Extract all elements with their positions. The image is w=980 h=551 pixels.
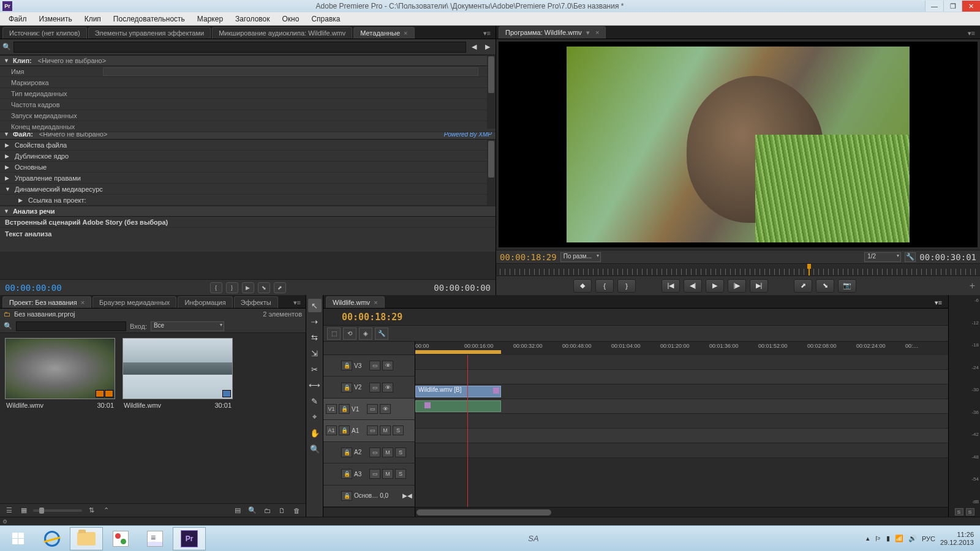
file-group-dublin[interactable]: ▶Дублинское ядро — [0, 151, 496, 162]
track-header-a2[interactable]: 🔒A2▭MS — [323, 442, 415, 463]
project-item[interactable]: Wildlife.wmv30:01 — [5, 338, 115, 411]
project-delete-button[interactable]: 🗑 — [291, 506, 302, 515]
panel-menu-icon[interactable]: ▾≡ — [291, 298, 303, 308]
menu-help[interactable]: Справка — [305, 13, 346, 24]
chevron-down-icon[interactable]: ▾ — [586, 29, 590, 36]
file-group-dynamic-projectref[interactable]: ▶Ссылка на проект: — [0, 195, 496, 206]
tab-source[interactable]: Источник: (нет клипов) — [2, 27, 87, 39]
source-btn-overwrite[interactable]: ⬈ — [274, 282, 286, 293]
solo-button[interactable]: S — [395, 448, 406, 457]
project-item[interactable]: Wildlife.wmv30:01 — [123, 338, 233, 411]
track-body-v2[interactable] — [415, 370, 948, 384]
source-btn-play[interactable]: ▶ — [242, 282, 254, 293]
prop-name-field[interactable] — [103, 67, 478, 76]
track-toggle-output[interactable]: ▭ — [369, 361, 380, 370]
source-tc-out[interactable]: 00:00:00:00 — [434, 283, 491, 293]
tl-btn-snap[interactable]: ⬚ — [327, 328, 341, 340]
program-btn-lift[interactable]: ⬈ — [794, 279, 812, 293]
timeline-clip-audio[interactable] — [415, 400, 501, 412]
program-btn-out[interactable]: } — [617, 279, 636, 293]
track-body-v3[interactable] — [415, 355, 948, 370]
timeline-work-area[interactable] — [415, 350, 501, 354]
tool-ripple[interactable]: ⇆ — [308, 331, 322, 344]
program-fit-select[interactable]: По разм... — [560, 252, 601, 262]
tab-effects[interactable]: Эффекты — [234, 296, 278, 308]
window-close-button[interactable]: ✕ — [962, 1, 980, 12]
lock-icon[interactable]: 🔒 — [341, 383, 352, 392]
lock-icon[interactable]: 🔒 — [341, 448, 352, 457]
track-toggle-output[interactable]: ▭ — [367, 404, 378, 414]
source-btn-inpoint[interactable]: { — [210, 282, 222, 293]
file-group-dynamic[interactable]: ▼Динамический медиаресурс — [0, 184, 496, 195]
lock-icon[interactable]: 🔒 — [339, 425, 350, 435]
mute-button[interactable]: M — [382, 469, 393, 479]
menu-window[interactable]: Окно — [276, 13, 305, 24]
program-zoom-select[interactable]: 1/2 — [864, 252, 901, 262]
tab-metadata-close[interactable]: × — [404, 29, 407, 37]
menu-sequence[interactable]: Последовательность — [107, 13, 191, 24]
track-body-master[interactable] — [415, 443, 948, 458]
tool-rate-stretch[interactable]: ⌖ — [308, 410, 322, 424]
file-group-basic[interactable]: ▶Основные — [0, 162, 496, 173]
start-button[interactable] — [1, 527, 34, 550]
taskbar-ie[interactable] — [36, 527, 69, 550]
lock-icon[interactable]: 🔒 — [339, 404, 350, 414]
project-find-button[interactable]: 🔍 — [247, 506, 258, 515]
timeline-horizontal-scrollbar[interactable] — [323, 507, 948, 517]
tab-media-browser[interactable]: Браузер медиаданных — [92, 296, 176, 308]
project-list-view-button[interactable]: ☰ — [4, 506, 15, 515]
project-new-bin-button[interactable]: 🗀 — [262, 506, 273, 515]
solo-button[interactable]: S — [395, 469, 406, 479]
menu-file[interactable]: Файл — [2, 13, 33, 24]
track-body-v1[interactable]: Wildlife.wmv [В] — [415, 384, 948, 399]
taskbar-app-2[interactable] — [138, 527, 172, 550]
project-entry-select[interactable]: Все — [151, 321, 224, 331]
project-item-thumbnail[interactable] — [123, 338, 233, 399]
project-icon-view-button[interactable]: ▦ — [18, 506, 29, 515]
source-tc-in[interactable]: 00:00:00:00 — [5, 283, 62, 293]
track-body-a3[interactable] — [415, 429, 948, 443]
source-patch-a1[interactable]: A1 — [326, 425, 337, 435]
metadata-prev-button[interactable]: ◀ — [469, 42, 480, 53]
program-btn-step-fwd[interactable]: |▶ — [728, 279, 746, 293]
tool-zoom[interactable]: 🔍 — [308, 442, 322, 455]
metadata-next-button[interactable]: ▶ — [482, 42, 493, 53]
program-btn-marker[interactable]: ◆ — [573, 279, 592, 293]
menu-title[interactable]: Заголовок — [229, 13, 276, 24]
tl-btn-markers[interactable]: ◈ — [359, 328, 372, 340]
tab-program-close[interactable]: × — [595, 29, 599, 36]
tab-program[interactable]: Программа: Wildlife.wmv ▾ × — [499, 26, 606, 39]
program-btn-export-frame[interactable]: 📷 — [838, 279, 856, 293]
tool-slip[interactable]: ⟷ — [308, 378, 322, 392]
tray-flag-icon[interactable]: 🏳 — [875, 535, 881, 542]
tray-language[interactable]: РУС — [922, 535, 935, 542]
track-header-a1[interactable]: A1🔒A1▭MS — [323, 420, 415, 441]
lock-icon[interactable]: 🔒 — [341, 491, 352, 501]
program-settings-button[interactable]: 🔧 — [905, 252, 916, 262]
track-toggle-output[interactable]: ▭ — [367, 425, 378, 435]
eye-icon[interactable]: 👁 — [382, 361, 393, 370]
menu-edit[interactable]: Изменить — [33, 13, 78, 24]
track-body-a2[interactable] — [415, 414, 948, 429]
program-btn-step-back[interactable]: ◀| — [684, 279, 702, 293]
tl-btn-settings[interactable]: 🔧 — [375, 328, 388, 340]
tab-audio-mixer[interactable]: Микширование аудиоклипа: Wildlife.wmv — [212, 27, 352, 39]
tool-razor[interactable]: ✂ — [308, 362, 322, 376]
metadata-clip-header[interactable]: ▼ Клип: <Ничего не выбрано> — [0, 55, 496, 66]
metadata-search-input[interactable] — [13, 42, 466, 53]
tool-track-select[interactable]: ⇢ — [308, 315, 322, 328]
solo-button[interactable]: S — [393, 425, 404, 435]
program-btn-goto-out[interactable]: ▶| — [750, 279, 768, 293]
source-btn-insert[interactable]: ⬊ — [258, 282, 270, 293]
tray-network-icon[interactable]: 📶 — [895, 534, 903, 542]
program-btn-play[interactable]: ▶ — [706, 279, 724, 293]
track-toggle-output[interactable]: ▭ — [369, 383, 380, 392]
eye-icon[interactable]: 👁 — [380, 404, 391, 414]
tray-up-icon[interactable]: ▴ — [866, 534, 870, 542]
clip-fx-badge[interactable] — [493, 388, 499, 394]
meter-solo-right[interactable]: S — [966, 508, 974, 515]
timeline-current-timecode[interactable]: 00:00:18:29 — [342, 312, 402, 323]
panel-menu-icon[interactable]: ▾≡ — [965, 28, 978, 39]
metadata-file-scrollbar[interactable] — [487, 140, 496, 206]
project-new-item-button[interactable]: 🗋 — [276, 506, 287, 515]
